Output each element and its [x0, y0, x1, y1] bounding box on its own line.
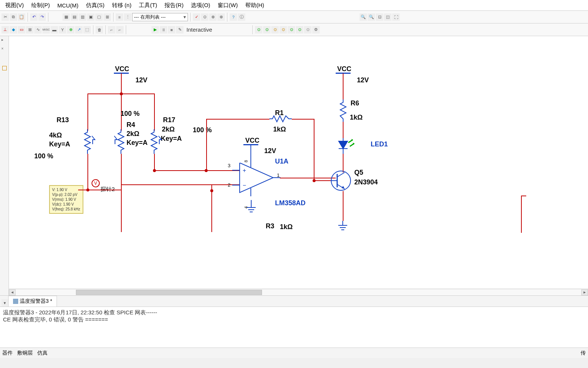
menu-help[interactable]: 帮助(H) — [242, 0, 268, 10]
menu-report[interactable]: 报告(R) — [161, 0, 187, 10]
info-icon[interactable]: ⓘ — [238, 13, 245, 21]
doc-tabs: ▾ 温度报警器3 * — [0, 295, 588, 307]
btab-sim[interactable]: 仿真 — [37, 350, 48, 356]
wire-r13-bot — [87, 154, 88, 190]
schematic-canvas[interactable]: VCC 12V R13 4kΩ Key=A 100 % 100 % R4 2kΩ — [9, 36, 588, 295]
redo-icon[interactable]: ↷ — [38, 13, 46, 21]
probe4-icon[interactable]: ⊙ — [279, 26, 287, 34]
r17-symbol[interactable] — [148, 129, 163, 155]
comp-j-icon[interactable]: ⬚ — [83, 26, 91, 34]
probe1-icon[interactable]: ⊙ — [255, 26, 262, 34]
menu-window[interactable]: 窗口(W) — [214, 0, 242, 10]
r6-val: 1kΩ — [350, 114, 362, 121]
menu-options[interactable]: 选项(O) — [187, 0, 214, 10]
doc-tab-1[interactable]: 温度报警器3 * — [8, 296, 57, 307]
probe6-icon[interactable]: ⊙ — [296, 26, 303, 34]
sheet-icon[interactable]: ▥ — [79, 13, 86, 21]
r3-val: 1kΩ — [280, 223, 293, 231]
vcc1-val: 12V — [135, 76, 147, 84]
probe-marker[interactable]: V — [92, 179, 100, 187]
list2-icon[interactable]: ⋮ — [124, 13, 131, 21]
r17-name: R17 — [163, 116, 175, 124]
menu-sim[interactable]: 仿真(S) — [82, 0, 108, 10]
wire-icon[interactable]: ⌐ — [108, 26, 115, 34]
scroll-right-icon[interactable]: ► — [581, 289, 588, 295]
tool-c-icon[interactable]: ⊗ — [217, 13, 225, 21]
menu-tool[interactable]: 工具(T) — [135, 0, 161, 10]
comp-misc-icon[interactable]: MISC — [42, 26, 50, 34]
inuse-list-dropdown[interactable]: --- 在用列表 --- — [132, 13, 188, 21]
scroll-thumb[interactable] — [76, 290, 262, 295]
delete-icon[interactable]: 🗑 — [96, 26, 103, 34]
tool-b-icon[interactable]: ⊕ — [209, 13, 217, 21]
partial-box-top — [521, 196, 526, 196]
comp-a-icon[interactable]: ⊥ — [1, 26, 9, 34]
menu-transfer[interactable]: 转移 (n) — [108, 0, 135, 10]
r3-name: R3 — [266, 222, 274, 230]
probe7-icon[interactable]: ⊙ — [304, 26, 311, 34]
undo-icon[interactable]: ↶ — [30, 13, 38, 21]
btab-components[interactable]: 器件 — [2, 350, 13, 356]
comp-f-icon[interactable]: ▬ — [51, 26, 58, 34]
tool-a-icon[interactable]: ⊙ — [201, 13, 208, 21]
zoom-fit-icon[interactable]: ⊡ — [376, 13, 383, 21]
comp-b-icon[interactable]: ◆ — [10, 26, 17, 34]
comp-d-icon[interactable]: ⊞ — [26, 26, 33, 34]
wire-q5-emitter — [343, 191, 343, 221]
comp-g-icon[interactable]: Y — [59, 26, 66, 34]
comp-h-icon[interactable]: ⊕ — [67, 26, 74, 34]
menu-view[interactable]: 视图(V) — [1, 0, 28, 10]
r1-symbol[interactable] — [269, 115, 292, 123]
layout-icon[interactable]: ▢ — [95, 13, 103, 21]
help-icon[interactable]: ? — [230, 13, 237, 21]
zoom-out-icon[interactable]: 🔍 — [368, 13, 375, 21]
u1a-pin3: 3 — [228, 163, 230, 168]
grid-icon[interactable]: ▦ — [63, 13, 70, 21]
table-icon[interactable]: ▤ — [71, 13, 78, 21]
grid2-icon[interactable]: ⊞ — [103, 13, 111, 21]
pause-icon[interactable]: ⏸ — [160, 26, 167, 34]
comp-e-icon[interactable]: ∿ — [34, 26, 42, 34]
r4-symbol[interactable] — [111, 129, 126, 155]
copy-icon[interactable]: ⧉ — [10, 13, 17, 21]
side-close-icon[interactable]: × — [1, 47, 7, 53]
list1-icon[interactable]: ≡ — [116, 13, 123, 21]
r13-symbol[interactable] — [82, 129, 96, 155]
settings-icon[interactable]: ⚙ — [312, 26, 320, 34]
menu-mcu[interactable]: MCU(M) — [54, 1, 82, 10]
bus-icon[interactable]: ⌐ — [116, 26, 124, 34]
tabs-menu-icon[interactable]: ▾ — [1, 299, 8, 307]
zoom-in-icon[interactable]: 🔍 — [359, 13, 367, 21]
menu-draw[interactable]: 绘制(P) — [28, 0, 54, 10]
q5-symbol[interactable] — [330, 169, 352, 192]
wire-r6-bot — [343, 122, 343, 138]
h-scrollbar[interactable]: ◄ ► — [9, 289, 588, 295]
wire-r17-bot — [154, 154, 155, 171]
mode-icon[interactable]: ✎ — [176, 26, 183, 34]
btab-copper[interactable]: 敷铜层 — [17, 350, 33, 356]
zoom-area-icon[interactable]: ◫ — [384, 13, 392, 21]
stop-icon[interactable]: ■ — [168, 26, 175, 34]
probe3-icon[interactable]: ⊙ — [271, 26, 279, 34]
probe5-icon[interactable]: ⊙ — [288, 26, 295, 34]
probe2-icon[interactable]: ⊙ — [263, 26, 271, 34]
u1a-symbol[interactable]: + − — [232, 163, 281, 196]
svg-marker-13 — [339, 141, 348, 149]
wire-pin3 — [154, 170, 240, 171]
led1-symbol[interactable] — [336, 138, 359, 155]
wire-vcc1-down — [121, 73, 122, 94]
view-icon[interactable]: ▣ — [87, 13, 95, 21]
svg-text:+: + — [243, 167, 246, 174]
comp-c-icon[interactable]: ▭ — [18, 26, 25, 34]
side-arrow-icon[interactable]: ▸ — [1, 38, 7, 44]
scroll-track[interactable] — [16, 289, 581, 295]
comp-i-icon[interactable]: ↗ — [75, 26, 83, 34]
fullscreen-icon[interactable]: ⛶ — [392, 13, 400, 21]
side-box-icon[interactable] — [2, 66, 7, 70]
check-icon[interactable]: ✓ — [193, 13, 200, 21]
run-icon[interactable]: ▶ — [151, 26, 159, 34]
scroll-left-icon[interactable]: ◄ — [9, 289, 16, 295]
cut-icon[interactable]: ✂ — [1, 13, 9, 21]
r6-symbol[interactable] — [339, 99, 347, 122]
paste-icon[interactable]: 📋 — [18, 13, 25, 21]
